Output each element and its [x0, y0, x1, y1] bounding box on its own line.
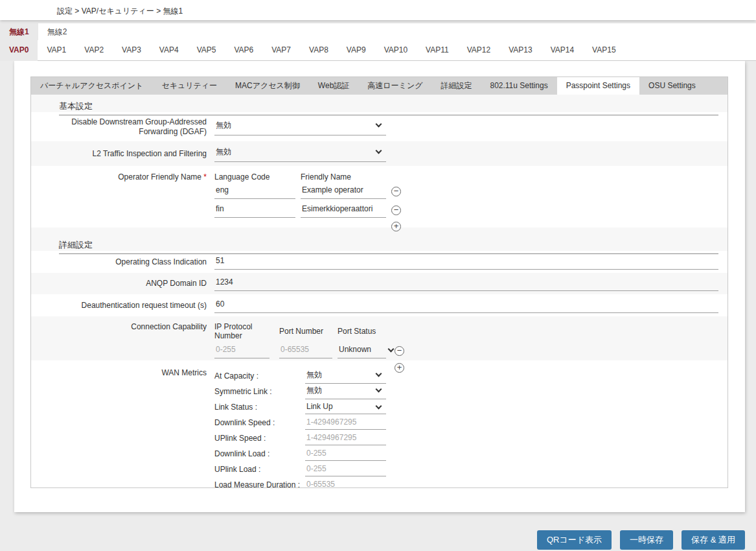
section-basic-settings: 基本設定	[31, 95, 727, 112]
chevron-down-icon	[376, 148, 382, 154]
uplink-load-label: UPlink Load :	[214, 465, 305, 474]
at-capacity-label: At Capacity :	[214, 371, 305, 381]
minus-icon[interactable]: −	[391, 187, 401, 196]
radio-tab-bar: 無線1 無線2	[0, 23, 756, 40]
l2-filtering-row: L2 Traffic Inspection and Filtering 無効	[31, 141, 727, 166]
tab-vap2[interactable]: VAP2	[75, 40, 113, 61]
wan-uplink-load-row: UPlink Load :	[214, 462, 386, 477]
subtab-web-auth[interactable]: Web認証	[309, 77, 358, 95]
port-status-select[interactable]: Unknown	[338, 344, 386, 358]
load-measure-duration-input[interactable]	[305, 478, 386, 489]
uplink-speed-label: UPlink Speed :	[214, 434, 305, 443]
language-code-input-2[interactable]	[214, 203, 295, 218]
downlink-load-input[interactable]	[305, 447, 386, 461]
wan-uplink-speed-row: UPlink Speed :	[214, 430, 386, 446]
language-code-header: Language Code	[214, 172, 295, 184]
wan-link-status-row: Link Status : Link Up	[214, 399, 386, 415]
wan-load-measure-row: Load Measure Duration :	[214, 477, 386, 488]
port-number-input[interactable]	[279, 344, 332, 358]
subtab-advanced[interactable]: 詳細設定	[431, 77, 481, 95]
tab-vap10[interactable]: VAP10	[375, 40, 417, 61]
l2-filtering-select[interactable]: 無効	[214, 145, 386, 162]
link-status-select[interactable]: Link Up	[305, 401, 386, 414]
operating-class-label: Operating Class Indication	[31, 257, 207, 267]
uplink-speed-input[interactable]	[305, 432, 386, 445]
plus-icon[interactable]: +	[395, 363, 404, 373]
subtab-virtual-access-point[interactable]: バーチャルアクセスポイント	[31, 77, 152, 95]
dgaf-select[interactable]: 無効	[214, 119, 386, 135]
wan-symmetric-link-row: Symmetric Link : 無効	[214, 384, 386, 399]
tab-vap7[interactable]: VAP7	[262, 40, 300, 61]
l2-filtering-select-value: 無効	[216, 147, 231, 156]
connection-capability-row: Connection Capability IP Protocol Number…	[31, 316, 727, 360]
qr-code-button[interactable]: QRコード表示	[537, 530, 612, 550]
subtab-80211u-settings[interactable]: 802.11u Settings	[481, 77, 556, 95]
downlink-speed-input[interactable]	[305, 416, 386, 430]
tab-vap0[interactable]: VAP0	[0, 40, 38, 61]
tabs-area: 無線1 無線2 VAP0 VAP1 VAP2 VAP3 VAP4 VAP5 VA…	[0, 23, 756, 61]
subtab-osu-settings[interactable]: OSU Settings	[639, 77, 705, 95]
connection-capability-label: Connection Capability	[31, 322, 207, 360]
vap-tab-bar: VAP0 VAP1 VAP2 VAP3 VAP4 VAP5 VAP6 VAP7 …	[0, 40, 756, 61]
subtab-mac-access-control[interactable]: MACアクセス制御	[226, 77, 309, 95]
chevron-down-icon	[376, 386, 382, 393]
top-bar: 設定 > VAP/セキュリティー > 無線1	[0, 0, 756, 20]
required-asterisk: *	[203, 172, 207, 182]
tab-vap11[interactable]: VAP11	[417, 40, 458, 61]
tab-vap6[interactable]: VAP6	[225, 40, 262, 61]
operating-class-row: Operating Class Indication	[31, 251, 727, 273]
operator-name-table: Language Code Friendly Name − − +	[214, 172, 401, 235]
uplink-load-input[interactable]	[305, 463, 386, 476]
subtab-fast-roaming[interactable]: 高速ローミング	[358, 77, 431, 95]
connection-capability-table: IP Protocol Number Port Number Port Stat…	[214, 322, 396, 373]
save-apply-button[interactable]: 保存 & 適用	[682, 530, 745, 550]
language-code-input-1[interactable]	[214, 184, 295, 199]
friendly-name-header: Friendly Name	[301, 172, 386, 184]
anqp-domain-label: ANQP Domain ID	[31, 279, 207, 288]
at-capacity-select[interactable]: 無効	[305, 368, 386, 384]
wan-metrics-label: WAN Metrics	[31, 368, 207, 488]
tab-radio1[interactable]: 無線1	[0, 23, 38, 40]
chevron-down-icon	[376, 403, 382, 409]
port-status-header: Port Status	[338, 327, 386, 339]
friendly-name-input-2[interactable]	[301, 203, 386, 218]
tab-vap3[interactable]: VAP3	[113, 40, 150, 61]
tab-vap13[interactable]: VAP13	[499, 40, 541, 61]
tab-vap4[interactable]: VAP4	[150, 40, 188, 61]
tab-vap14[interactable]: VAP14	[542, 40, 583, 61]
port-status-select-value: Unknown	[339, 345, 371, 354]
deauth-timeout-row: Deauthentication request timeout (s)	[31, 294, 727, 316]
downlink-speed-label: Downlink Speed :	[214, 418, 305, 427]
minus-icon[interactable]: −	[395, 346, 404, 356]
dgaf-row: Disable Downstream Group-Addressed Forwa…	[31, 112, 727, 141]
settings-panel: バーチャルアクセスポイント セキュリティー MACアクセス制御 Web認証 高速…	[30, 76, 728, 488]
chevron-down-icon	[376, 371, 382, 377]
deauth-timeout-input[interactable]	[214, 298, 718, 313]
tab-vap8[interactable]: VAP8	[300, 40, 338, 61]
tab-radio2[interactable]: 無線2	[38, 23, 76, 40]
minus-icon[interactable]: −	[391, 205, 401, 215]
friendly-name-input-1[interactable]	[301, 184, 386, 199]
wan-at-capacity-row: At Capacity : 無効	[214, 368, 386, 384]
anqp-domain-input[interactable]	[214, 276, 718, 291]
operating-class-input[interactable]	[214, 255, 718, 270]
l2-filtering-label: L2 Traffic Inspection and Filtering	[31, 149, 207, 159]
dgaf-label: Disable Downstream Group-Addressed Forwa…	[31, 117, 207, 137]
subtab-security[interactable]: セキュリティー	[152, 77, 226, 95]
operator-friendly-name-label: Operator Friendly Name *	[31, 172, 207, 228]
tab-vap1[interactable]: VAP1	[38, 40, 75, 61]
tab-vap12[interactable]: VAP12	[458, 40, 499, 61]
tab-vap5[interactable]: VAP5	[188, 40, 225, 61]
wan-downlink-speed-row: Downlink Speed :	[214, 415, 386, 430]
ip-protocol-input[interactable]	[214, 344, 269, 358]
downlink-load-label: Downlink Load :	[214, 449, 305, 458]
footer-actions: QRコード表示 一時保存 保存 & 適用	[537, 530, 745, 550]
subtab-passpoint-settings[interactable]: Passpoint Settings	[557, 77, 639, 95]
plus-icon[interactable]: +	[391, 222, 401, 231]
temp-save-button[interactable]: 一時保存	[620, 530, 673, 550]
deauth-timeout-label: Deauthentication request timeout (s)	[31, 301, 207, 311]
tab-vap9[interactable]: VAP9	[338, 40, 375, 61]
symmetric-link-label: Symmetric Link :	[214, 387, 305, 396]
symmetric-link-select[interactable]: 無効	[305, 384, 386, 399]
tab-vap15[interactable]: VAP15	[583, 40, 624, 61]
